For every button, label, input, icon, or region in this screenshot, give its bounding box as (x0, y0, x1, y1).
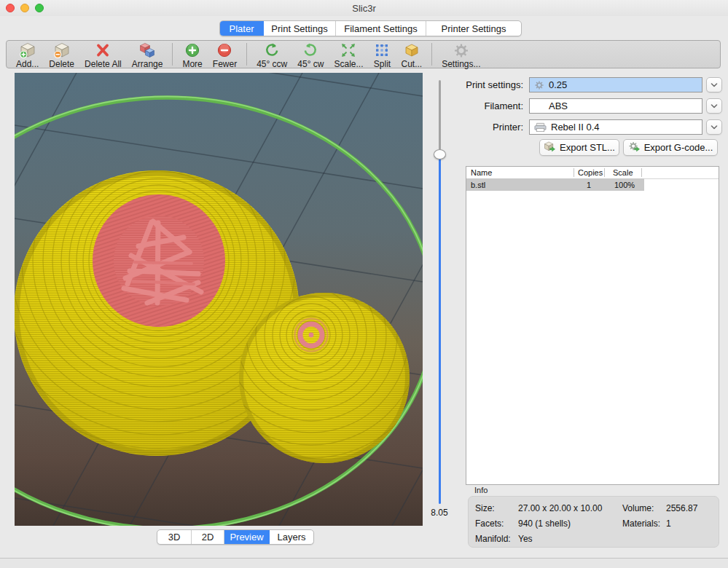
fewer-copies-icon (216, 42, 233, 59)
cut-icon (403, 42, 420, 59)
volume-label: Volume: (622, 503, 654, 513)
export-stl-label: Export STL... (560, 142, 615, 153)
plater-toolbar: Add... Delete Delete All (6, 40, 721, 68)
print-settings-label: Print settings: (442, 79, 523, 90)
filament-label: Filament: (442, 100, 523, 111)
view-tab-bar: 3D 2D Preview Layers (157, 529, 314, 545)
add-button[interactable]: Add... (11, 41, 44, 69)
add-label: Add... (16, 59, 39, 69)
export-stl-icon (544, 141, 556, 154)
arrange-label: Arrange (132, 59, 163, 69)
filament-dropdown-button[interactable] (706, 98, 722, 114)
tab-printer-settings[interactable]: Printer Settings (426, 21, 521, 36)
large-dome-infill-top (93, 194, 225, 327)
scale-label: Scale... (334, 59, 363, 69)
more-label: More (182, 59, 202, 69)
fewer-button[interactable]: Fewer (208, 41, 242, 69)
slider-track-lower[interactable] (439, 159, 441, 504)
more-button[interactable]: More (177, 41, 207, 69)
view-tab-layers[interactable]: Layers (270, 530, 313, 544)
window-title: Slic3r (0, 3, 728, 14)
filament-select[interactable]: ABS (529, 98, 702, 114)
printer-select[interactable]: Rebel II 0.4 (529, 119, 702, 135)
layer-slider[interactable] (433, 80, 446, 504)
delete-label: Delete (49, 59, 74, 69)
main-tab-bar: Plater Print Settings Filament Settings … (219, 20, 522, 36)
toolbar-separator (172, 43, 173, 66)
toolbar-separator (246, 43, 247, 66)
print-settings-dropdown-button[interactable] (706, 77, 722, 92)
info-box: Size: 27.00 x 20.00 x 10.00 Volume: 2556… (468, 496, 719, 548)
more-copies-icon (184, 42, 201, 59)
scale-button[interactable]: Scale... (329, 41, 368, 69)
rotate-cw-label: 45° cw (297, 59, 324, 69)
materials-label: Materials: (622, 518, 660, 529)
view-tab-3d[interactable]: 3D (157, 530, 192, 544)
split-label: Split (374, 59, 391, 69)
chevron-down-icon (711, 104, 718, 109)
column-header-copies: Copies (578, 168, 603, 177)
print-settings-value: 0.25 (549, 79, 567, 90)
filament-value: ABS (549, 100, 568, 111)
arrange-button[interactable]: Arrange (127, 41, 168, 69)
add-object-icon (19, 42, 36, 59)
export-gcode-icon (628, 141, 641, 154)
split-icon (373, 42, 391, 59)
small-dome-infill-top (295, 319, 328, 352)
chevron-down-icon (711, 83, 718, 87)
fewer-label: Fewer (213, 59, 237, 69)
tab-print-settings[interactable]: Print Settings (264, 21, 336, 36)
settings-gear-icon (453, 42, 470, 59)
view-tab-preview[interactable]: Preview (224, 530, 270, 544)
gear-icon (534, 80, 544, 90)
volume-value: 2556.87 (666, 503, 697, 513)
window-bottom-edge (0, 559, 728, 568)
rotate-ccw-icon (263, 42, 281, 59)
arrange-icon (138, 42, 156, 59)
chevron-down-icon (711, 125, 718, 130)
slider-value: 8.05 (426, 508, 453, 518)
print-settings-select[interactable]: 0.25 (529, 77, 702, 92)
delete-all-label: Delete All (85, 59, 122, 69)
settings-label: Settings... (442, 59, 480, 69)
manifold-label: Manifold: (475, 534, 511, 544)
rotate-cw-icon (302, 42, 319, 59)
printer-value: Rebel II 0.4 (551, 122, 600, 133)
delete-all-icon (94, 42, 111, 59)
slider-track-upper[interactable] (439, 80, 441, 150)
size-label: Size: (475, 503, 495, 513)
split-button[interactable]: Split (368, 41, 396, 69)
tab-filament-settings[interactable]: Filament Settings (336, 21, 426, 36)
toolbar-separator (431, 43, 432, 66)
size-value: 27.00 x 20.00 x 10.00 (518, 503, 602, 513)
export-gcode-button[interactable]: Export G-code... (623, 139, 718, 156)
printer-icon (534, 122, 547, 133)
export-stl-button[interactable]: Export STL... (539, 139, 619, 156)
rotate-ccw-label: 45° ccw (257, 59, 287, 69)
delete-button[interactable]: Delete (44, 41, 79, 69)
slider-thumb[interactable] (434, 149, 446, 159)
scale-icon (340, 42, 357, 59)
delete-all-button[interactable]: Delete All (79, 41, 127, 69)
rotate-ccw-button[interactable]: 45° ccw (251, 41, 292, 69)
printer-label: Printer: (442, 122, 523, 133)
row-name: b.stl (471, 181, 485, 189)
table-row[interactable]: b.stl 1 100% (466, 178, 644, 191)
manifold-value: Yes (518, 534, 533, 544)
facets-label: Facets: (475, 518, 504, 529)
settings-button[interactable]: Settings... (437, 41, 485, 69)
object-list-table: Name Copies Scale b.stl 1 100% (466, 166, 719, 485)
rotate-cw-button[interactable]: 45° cw (292, 41, 329, 69)
tab-plater[interactable]: Plater (220, 21, 264, 36)
column-header-scale: Scale (613, 168, 633, 177)
row-scale: 100% (614, 181, 635, 189)
export-gcode-label: Export G-code... (644, 142, 713, 153)
3d-preview-canvas[interactable] (15, 73, 423, 526)
info-title: Info (474, 486, 488, 494)
view-tab-2d[interactable]: 2D (192, 530, 224, 544)
cut-label: Cut... (401, 59, 422, 69)
cut-button[interactable]: Cut... (396, 41, 427, 69)
table-header: Name Copies Scale (466, 167, 719, 179)
printer-dropdown-button[interactable] (706, 119, 722, 135)
row-copies: 1 (587, 181, 591, 189)
